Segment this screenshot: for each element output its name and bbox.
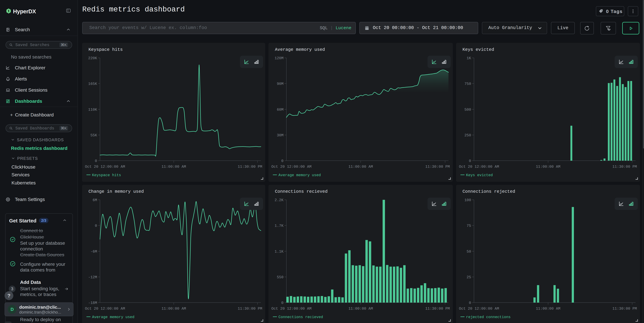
svg-text:Connections recieved: Connections recieved — [278, 315, 323, 319]
svg-text:2.2K: 2.2K — [274, 198, 284, 202]
svg-text:250: 250 — [464, 133, 471, 138]
svg-text:Average memory used: Average memory used — [278, 173, 321, 177]
svg-text:Oct 20 12:00:00 AM: Oct 20 12:00:00 AM — [271, 165, 312, 169]
svg-text:11:30:00 PM: 11:30:00 PM — [612, 165, 637, 169]
svg-text:110K: 110K — [88, 108, 97, 112]
svg-text:1K: 1K — [467, 56, 471, 60]
svg-text:11:00:00 AM: 11:00:00 AM — [162, 165, 186, 169]
svg-text:120M: 120M — [274, 56, 284, 60]
svg-text:Oct 20 12:00:00 AM: Oct 20 12:00:00 AM — [459, 307, 499, 311]
svg-text:Oct 20 12:00:00 AM: Oct 20 12:00:00 AM — [85, 165, 125, 169]
svg-text:11:00:00 AM: 11:00:00 AM — [536, 165, 560, 169]
svg-text:0: 0 — [95, 159, 97, 163]
svg-text:165K: 165K — [88, 82, 97, 86]
svg-text:11:00:00 AM: 11:00:00 AM — [348, 307, 373, 311]
svg-text:Oct 20 12:00:00 AM: Oct 20 12:00:00 AM — [85, 307, 125, 311]
svg-text:0: 0 — [469, 159, 471, 163]
svg-text:11:00:00 AM: 11:00:00 AM — [536, 307, 560, 311]
svg-text:Oct 20 12:00:00 AM: Oct 20 12:00:00 AM — [271, 307, 312, 311]
svg-text:1.7K: 1.7K — [274, 224, 284, 228]
svg-text:550: 550 — [277, 275, 284, 280]
svg-text:Keyspace hits: Keyspace hits — [92, 173, 121, 177]
svg-text:11:30:00 PM: 11:30:00 PM — [425, 165, 450, 169]
svg-text:0: 0 — [281, 301, 284, 305]
svg-text:55K: 55K — [90, 133, 97, 138]
svg-text:750: 750 — [464, 82, 471, 86]
svg-text:11:00:00 AM: 11:00:00 AM — [348, 165, 373, 169]
svg-text:0: 0 — [95, 224, 97, 228]
svg-text:rejected connections: rejected connections — [466, 315, 510, 319]
svg-text:Oct 20 12:00:00 AM: Oct 20 12:00:00 AM — [459, 165, 499, 169]
svg-text:50: 50 — [467, 250, 471, 254]
svg-text:Average memory used: Average memory used — [92, 315, 134, 319]
svg-text:11:30:00 PM: 11:30:00 PM — [238, 307, 262, 311]
svg-text:6M: 6M — [93, 198, 97, 202]
svg-text:0: 0 — [281, 159, 284, 163]
svg-text:1.1K: 1.1K — [274, 250, 284, 254]
svg-text:11:30:00 PM: 11:30:00 PM — [612, 307, 637, 311]
svg-text:-18M: -18M — [88, 301, 97, 305]
svg-text:0: 0 — [469, 301, 471, 305]
svg-text:Keys evicted: Keys evicted — [466, 173, 493, 177]
svg-text:75: 75 — [467, 224, 471, 228]
svg-text:-12M: -12M — [88, 275, 97, 280]
svg-text:11:30:00 PM: 11:30:00 PM — [238, 165, 262, 169]
svg-text:-6M: -6M — [90, 250, 97, 254]
svg-text:11:00:00 AM: 11:00:00 AM — [162, 307, 186, 311]
svg-text:100: 100 — [464, 198, 471, 202]
svg-text:220K: 220K — [88, 56, 97, 60]
svg-text:60M: 60M — [277, 108, 284, 112]
svg-text:25: 25 — [467, 275, 471, 280]
svg-text:90M: 90M — [277, 82, 284, 86]
svg-text:11:30:00 PM: 11:30:00 PM — [425, 307, 450, 311]
svg-text:500: 500 — [464, 108, 471, 112]
svg-text:30M: 30M — [277, 133, 284, 138]
